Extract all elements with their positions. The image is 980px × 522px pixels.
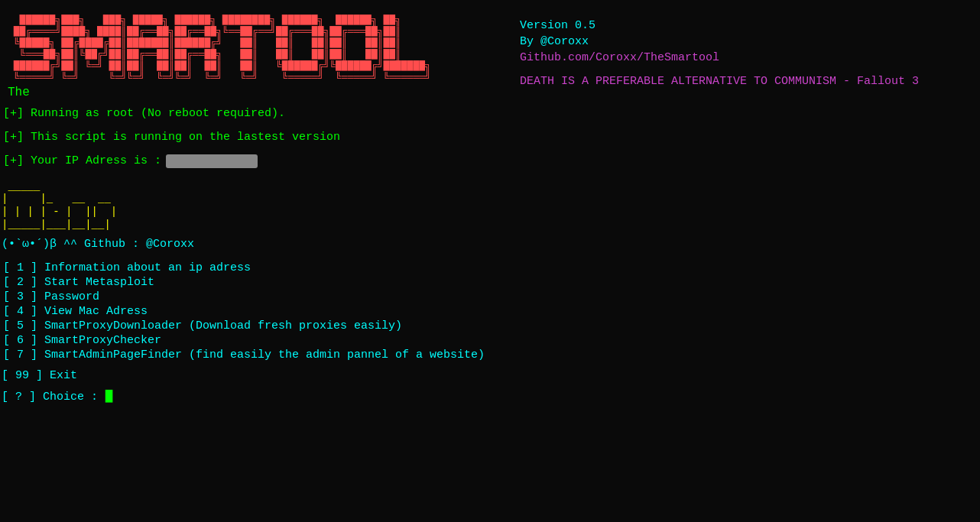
menu-item-5: [ 5 ] SmartProxyDownloader (Download fre… bbox=[2, 319, 980, 332]
menu-item-1: [ 1 ] Information about an ip adress bbox=[2, 261, 980, 274]
menu-bracket-7: [ 7 ] bbox=[3, 349, 44, 362]
menu-label-6: SmartProxyChecker bbox=[44, 334, 161, 347]
exit-label: Exit bbox=[50, 369, 77, 382]
menu-bracket-5: [ 5 ] bbox=[3, 319, 44, 332]
version-text: Version 0.5 bbox=[520, 19, 919, 32]
ip-line: [+] Your IP Adress is : bbox=[2, 154, 980, 168]
menu-label-7: SmartAdminPageFinder (find easily the ad… bbox=[44, 349, 485, 362]
author-text: By @Coroxx bbox=[520, 35, 919, 48]
menu-item-6: [ 6 ] SmartProxyChecker bbox=[2, 334, 980, 347]
menu-bracket-6: [ 6 ] bbox=[3, 334, 44, 347]
menu-bracket-1: [ 1 ] bbox=[3, 261, 44, 274]
ip-redacted bbox=[166, 154, 258, 168]
menu-label-4: View Mac Adress bbox=[44, 305, 148, 318]
menu-bracket-3: [ 3 ] bbox=[3, 290, 44, 303]
terminal: ██████╗███╗ ███╗ █████╗ ██████╗ ████████… bbox=[0, 0, 980, 522]
menu-item-7: [ 7 ] SmartAdminPageFinder (find easily … bbox=[2, 349, 980, 362]
the-label: The bbox=[8, 86, 512, 99]
ascii-face: (•`ω•´)β ^^ Github : @Coroxx bbox=[2, 238, 194, 251]
menu-exit: [ 99 ] Exit bbox=[0, 369, 980, 382]
choice-section: [ ? ] Choice : █ bbox=[0, 390, 980, 404]
menu-item-4: [ 4 ] View Mac Adress bbox=[2, 305, 980, 318]
menu-item-2: [ 2 ] Start Metasploit bbox=[2, 276, 980, 289]
github-handle: (•`ω•´)β ^^ Github : @Coroxx bbox=[0, 238, 980, 251]
status-section: [+] Running as root (No reboot required)… bbox=[0, 99, 980, 168]
root-status: [+] Running as root (No reboot required)… bbox=[2, 107, 980, 120]
header-info: Version 0.5 By @Coroxx Github.com/Coroxx… bbox=[512, 15, 919, 88]
menu-label-3: Password bbox=[44, 290, 99, 303]
menu-bracket-4: [ 4 ] bbox=[3, 305, 44, 318]
ip-label: [+] Your IP Adress is : bbox=[3, 154, 161, 167]
choice-prompt: [ ? ] Choice : bbox=[2, 391, 98, 404]
quote-text: DEATH IS A PREFERABLE ALTERNATIVE TO COM… bbox=[520, 75, 919, 88]
menu-bracket-2: [ 2 ] bbox=[3, 276, 44, 289]
menu-label-2: Start Metasploit bbox=[44, 276, 154, 289]
logo-container: ██████╗███╗ ███╗ █████╗ ██████╗ ████████… bbox=[8, 15, 512, 99]
logo-ascii: ██████╗███╗ ███╗ █████╗ ██████╗ ████████… bbox=[8, 15, 512, 84]
version-status: [+] This script is running on the lastes… bbox=[2, 131, 980, 144]
ascii-art-section: _____ | |_ __ __ | | | | - | || | |_____… bbox=[0, 180, 980, 232]
exit-bracket: [ 99 ] bbox=[2, 369, 50, 382]
github-text: Github.com/Coroxx/TheSmartool bbox=[520, 51, 919, 64]
header-section: ██████╗███╗ ███╗ █████╗ ██████╗ ████████… bbox=[0, 8, 980, 99]
menu-label-5: SmartProxyDownloader (Download fresh pro… bbox=[44, 319, 402, 332]
menu-section: [ 1 ] Information about an ip adress [ 2… bbox=[0, 261, 980, 362]
cursor: █ bbox=[98, 390, 112, 404]
menu-item-3: [ 3 ] Password bbox=[2, 290, 980, 303]
ascii-menu-art: _____ | |_ __ __ | | | | - | || | |_____… bbox=[2, 180, 980, 232]
menu-label-1: Information about an ip adress bbox=[44, 261, 251, 274]
